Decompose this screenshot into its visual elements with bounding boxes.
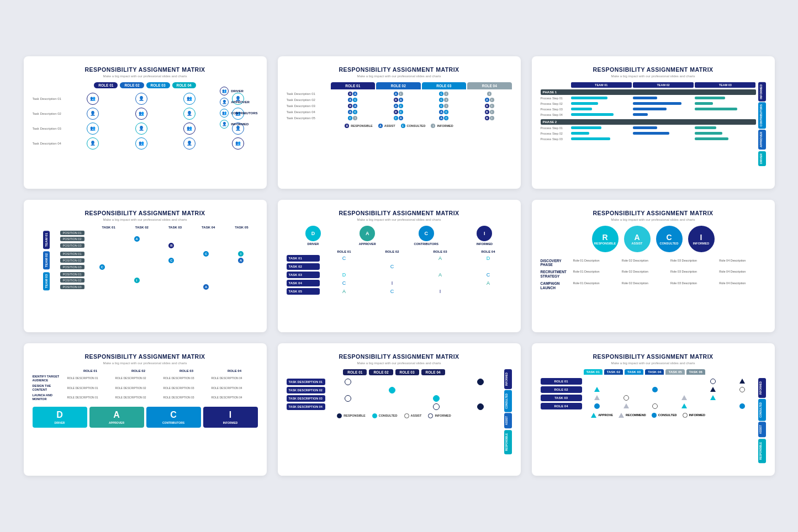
dot-i: I: [490, 110, 494, 114]
cell: A: [417, 272, 464, 278]
cell: [224, 264, 258, 270]
cell: A: [465, 280, 512, 286]
legend-dot: [428, 413, 433, 418]
team-badge-1: TEAM 01: [43, 231, 50, 249]
legend-label: RESPONSIBLE: [343, 414, 365, 417]
cell: ROLE DESCRIPTION 03: [163, 376, 210, 380]
team-header-2: TEAM 02: [633, 82, 694, 88]
process-row: Process Step 01: [541, 96, 756, 100]
bar-cell: [695, 131, 755, 136]
bar: [633, 113, 648, 116]
table-row: Task Description 04 👤 👥 👤 👥: [33, 137, 258, 150]
row-cells: [327, 387, 502, 393]
cell: [189, 258, 223, 263]
icon-item-c: C CONTRIBUTORS: [414, 226, 438, 246]
row-head-3: LAUNCH AND MONITOR: [33, 393, 66, 401]
row-cells: AC RC AC RI: [331, 110, 512, 114]
icon-item-i: I INFORMED: [477, 226, 493, 246]
table-row: Task Description 02 AC RA CI AI: [287, 98, 512, 102]
icon-item-d: D DRIVER: [305, 226, 321, 246]
legend-item: IINFORMED: [431, 124, 453, 128]
team-3-positions: POSITION 01 POSITION 02: [60, 272, 258, 290]
bar: [633, 97, 657, 99]
icon-i: 👤: [183, 108, 195, 120]
slide-6: RESPONSIBILITY ASSIGNMENT MATRIX Make a …: [532, 200, 775, 332]
team-2-positions: POSITION 01 C I POSITION 02: [60, 251, 258, 270]
col-header-3: ROLE 03: [422, 82, 467, 89]
pos-label: POSITION 02: [60, 258, 84, 263]
cell: RA: [331, 104, 376, 108]
slide-2-col-headers: ROLE 01 ROLE 02 ROLE 03 ROLE 04: [287, 82, 512, 89]
cell: R: [155, 243, 188, 248]
cell: C: [86, 264, 119, 270]
cell: [155, 264, 188, 270]
desc: Role 03 Description: [670, 281, 717, 285]
desc: Role 01 Description: [573, 270, 620, 273]
task-label: Task Description 03: [33, 127, 71, 130]
process-label: Process Step 01: [541, 126, 571, 130]
dot-c: C: [439, 98, 443, 102]
slide-4-container: TASK 01 TASK 02 TASK 03 TASK 04 TASK 05 …: [33, 226, 258, 293]
legend-dot: [337, 413, 342, 418]
cell: I: [369, 280, 416, 286]
triangle-up: [710, 395, 716, 400]
cell: [728, 379, 756, 384]
cell: [155, 251, 188, 257]
slide-7-badges: D DRIVER A APPROVER C CONTRIBUTORS I INF…: [33, 407, 258, 428]
slide-6-circles: R RESPONSIBLE A ASSIST C CONSULTED I INF…: [541, 226, 766, 252]
row-cells: D A C: [321, 272, 512, 278]
cell: [612, 395, 640, 401]
cell: D: [321, 272, 368, 278]
icon-i: 👤: [135, 123, 147, 135]
process-label: Process Step 01: [541, 97, 571, 100]
dot-r: R: [394, 110, 398, 114]
row-cells: C I A: [321, 280, 512, 286]
bar: [695, 132, 722, 135]
cell: [86, 243, 119, 248]
col-head-1: ROLE 01: [321, 250, 368, 253]
slide-4-main: TASK 01 TASK 02 TASK 03 TASK 04 TASK 05 …: [33, 226, 258, 293]
slide-5-table: ROLE 01 ROLE 02 ROLE 03 ROLE 04 TASK 01 …: [287, 250, 512, 295]
cell: [584, 387, 611, 392]
slide-5-title: RESPONSIBILITY ASSIGNMENT MATRIX: [287, 210, 512, 217]
row-label: Task Description 02: [287, 98, 331, 102]
bar-cell: [695, 113, 755, 117]
bar-cell: [571, 131, 632, 136]
cell: A: [120, 236, 154, 242]
table-row: Task Description 03 RA AC CI RI: [287, 104, 512, 108]
legend-label: DRIVER: [231, 89, 244, 93]
cell: [86, 258, 119, 263]
bar-cell: [633, 113, 694, 117]
cell: [369, 272, 416, 278]
symbol-i: I: [238, 251, 244, 257]
sym-i: I: [440, 289, 441, 294]
cell: [670, 395, 698, 401]
team-block-2: TEAM 02 POSITION 01 C I: [33, 251, 258, 270]
badge-label-a: APPROVER: [109, 421, 124, 424]
icon-d: 👥: [87, 93, 99, 105]
dot-a: A: [353, 92, 357, 96]
cell: [459, 379, 502, 385]
dot-c: C: [353, 98, 357, 102]
bar: [695, 126, 716, 129]
badge-d: D DRIVER: [33, 407, 87, 428]
row-head-2: ROLE 02: [541, 386, 582, 393]
desc-text: ROLE DESCRIPTION 01: [67, 386, 114, 390]
icon-label-d: DRIVER: [308, 242, 319, 246]
empty-cell: [33, 369, 66, 373]
bar: [633, 102, 681, 105]
slide-1-legend: 👥 DRIVER 👤 APPROVER 👥 CONTRIBUTORS 👤 INF…: [220, 87, 257, 129]
table-row: TASK DESCRIPTION 01: [287, 379, 502, 385]
cell: RI: [467, 104, 512, 108]
circle-i: I INFORMED: [688, 226, 715, 252]
process-row: Process Step 02: [541, 131, 756, 136]
table-row: ROLE 04: [541, 403, 756, 409]
row-cells: [584, 395, 756, 401]
icon-a: 👤: [87, 108, 99, 120]
legend-item: 👥 DRIVER: [220, 87, 257, 95]
bar: [695, 137, 728, 140]
task-icons: 👤 👥 👤 👥: [73, 137, 258, 150]
col-h-5: TASK 05: [225, 226, 257, 229]
legend-item-consulted: CONSULTED: [652, 413, 677, 418]
cell: [86, 251, 119, 257]
